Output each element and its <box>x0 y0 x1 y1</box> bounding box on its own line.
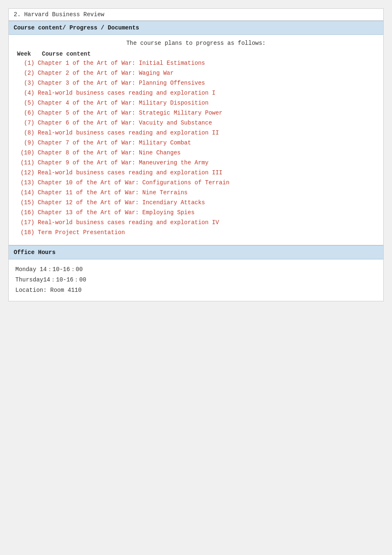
list-item: (7)Chapter 6 of the Art of War: Vacuity … <box>17 119 375 127</box>
office-lines-list: Monday 14：10-16：00Thursday14：10-16：00Loc… <box>15 264 377 296</box>
item-text: Chapter 10 of the Art of War: Configurat… <box>38 178 229 187</box>
list-item: (1)Chapter 1 of the Art of War: Initial … <box>17 59 375 68</box>
item-text: Chapter 6 of the Art of War: Vacuity and… <box>38 119 212 127</box>
item-number: (6) <box>17 109 38 117</box>
item-number: (12) <box>17 169 38 177</box>
page-container: 2. Harvard Business Review Course conten… <box>8 8 384 301</box>
item-number: (7) <box>17 119 38 127</box>
item-text: Chapter 2 of the Art of War: Waging War <box>38 69 174 78</box>
item-text: Real-world business cases reading and ex… <box>38 129 219 137</box>
course-content-header: Course content/ Progress / Documents <box>9 21 383 35</box>
list-item: (5)Chapter 4 of the Art of War: Military… <box>17 99 375 108</box>
item-text: Chapter 5 of the Art of War: Strategic M… <box>38 109 222 117</box>
item-number: (13) <box>17 178 38 187</box>
item-number: (2) <box>17 69 38 78</box>
course-items-list: (1)Chapter 1 of the Art of War: Initial … <box>17 59 375 237</box>
office-line: Location: Room 4110 <box>15 285 377 296</box>
list-item: (2)Chapter 2 of the Art of War: Waging W… <box>17 69 375 78</box>
item-text: Chapter 8 of the Art of War: Nine Change… <box>38 149 180 157</box>
list-item: (9)Chapter 7 of the Art of War: Military… <box>17 139 375 147</box>
item-text: Term Project Presentation <box>38 228 125 237</box>
week-label: Week <box>17 51 42 57</box>
item-number: (18) <box>17 228 38 237</box>
list-item: (6)Chapter 5 of the Art of War: Strategi… <box>17 109 375 117</box>
item-number: (16) <box>17 208 38 217</box>
item-text: Chapter 13 of the Art of War: Employing … <box>38 208 195 217</box>
list-item: (17)Real-world business cases reading an… <box>17 218 375 227</box>
list-item: (11)Chapter 9 of the Art of War: Maneuve… <box>17 159 375 167</box>
list-item: (15)Chapter 12 of the Art of War: Incend… <box>17 198 375 207</box>
office-line: Thursday14：10-16：00 <box>15 275 377 285</box>
content-label: Course content <box>42 51 91 57</box>
item-text: Chapter 1 of the Art of War: Initial Est… <box>38 59 205 68</box>
item-text: Real-world business cases reading and ex… <box>38 169 222 177</box>
list-item: (8)Real-world business cases reading and… <box>17 129 375 137</box>
item-number: (3) <box>17 79 38 88</box>
list-item: (18)Term Project Presentation <box>17 228 375 237</box>
item-text: Chapter 11 of the Art of War: Nine Terra… <box>38 188 187 197</box>
item-number: (5) <box>17 99 38 108</box>
list-item: (13)Chapter 10 of the Art of War: Config… <box>17 178 375 187</box>
office-hours-body: Monday 14：10-16：00Thursday14：10-16：00Loc… <box>9 259 383 301</box>
item-number: (1) <box>17 59 38 68</box>
item-text: Chapter 9 of the Art of War: Maneuvering… <box>38 159 209 167</box>
item-text: Chapter 7 of the Art of War: Military Co… <box>38 139 191 147</box>
item-text: Chapter 3 of the Art of War: Planning Of… <box>38 79 205 88</box>
item-number: (15) <box>17 198 38 207</box>
list-item: (3)Chapter 3 of the Art of War: Planning… <box>17 79 375 88</box>
item-number: (9) <box>17 139 38 147</box>
office-line: Monday 14：10-16：00 <box>15 264 377 275</box>
office-hours-header: Office Hours <box>9 245 383 259</box>
item-number: (17) <box>17 218 38 227</box>
list-item: (12)Real-world business cases reading an… <box>17 169 375 177</box>
item-number: (14) <box>17 188 38 197</box>
list-item: (10)Chapter 8 of the Art of War: Nine Ch… <box>17 149 375 157</box>
item-text: Chapter 4 of the Art of War: Military Di… <box>38 99 209 108</box>
item-number: (4) <box>17 89 38 98</box>
item-number: (8) <box>17 129 38 137</box>
list-item: (4)Real-world business cases reading and… <box>17 89 375 98</box>
week-header: Week Course content <box>17 51 375 57</box>
list-item: (16)Chapter 13 of the Art of War: Employ… <box>17 208 375 217</box>
header-row: 2. Harvard Business Review <box>9 9 383 21</box>
header-title: 2. Harvard Business Review <box>14 11 104 18</box>
item-text: Real-world business cases reading and ex… <box>38 89 215 98</box>
item-text: Chapter 12 of the Art of War: Incendiary… <box>38 198 205 207</box>
list-item: (14)Chapter 11 of the Art of War: Nine T… <box>17 188 375 197</box>
item-text: Real-world business cases reading and ex… <box>38 218 219 227</box>
item-number: (10) <box>17 149 38 157</box>
item-number: (11) <box>17 159 38 167</box>
course-content-body: The course plans to progress as follows:… <box>9 35 383 245</box>
intro-text: The course plans to progress as follows: <box>17 40 375 46</box>
